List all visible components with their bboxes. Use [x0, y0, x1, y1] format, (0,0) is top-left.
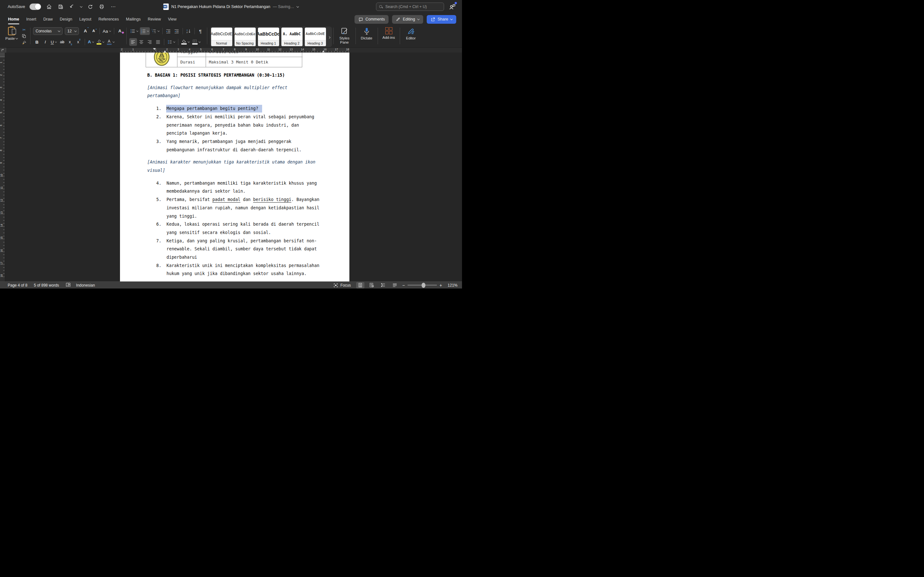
- print-layout-view-button[interactable]: [356, 282, 365, 288]
- numbered-list-item[interactable]: 3.Yang menarik, pertambangan juga menjad…: [147, 137, 320, 154]
- header-table[interactable]: Tanggal04 Juli 2025DurasiMaksimal 3 Meni…: [145, 53, 302, 67]
- tab-review[interactable]: Review: [144, 13, 164, 25]
- font-name-select[interactable]: Consolas: [33, 27, 63, 35]
- tab-draw[interactable]: Draw: [40, 13, 56, 25]
- style-heading-1[interactable]: AaBbCcDdHeading 1: [258, 27, 279, 46]
- tab-stop-selector[interactable]: [0, 48, 6, 53]
- annotation-paragraph[interactable]: [Animasi flowchart menunjukkan dampak mu…: [147, 84, 320, 100]
- web-layout-view-button[interactable]: [368, 282, 376, 288]
- style-normal[interactable]: AaBbCcDdENormal: [211, 27, 232, 46]
- tab-mailings[interactable]: Mailings: [123, 13, 144, 25]
- align-center-button[interactable]: [137, 38, 145, 46]
- paste-button[interactable]: Paste: [3, 26, 20, 45]
- document-title-area[interactable]: W N1 Penegakan Hukum Pidana Di Sektor Pe…: [163, 0, 299, 13]
- justify-button[interactable]: [154, 38, 162, 46]
- numbered-list-item[interactable]: 6.Kedua, lokasi operasi sering kali bera…: [147, 220, 320, 237]
- align-left-button[interactable]: [129, 38, 137, 46]
- spellcheck-icon[interactable]: [65, 282, 71, 288]
- bold-button[interactable]: B: [33, 38, 41, 46]
- comments-button[interactable]: Comments: [355, 15, 389, 24]
- table-value-cell[interactable]: 04 Juli 2025: [206, 53, 302, 57]
- italic-button[interactable]: I: [41, 38, 49, 46]
- style-heading-2[interactable]: A. AaBbCHeading 2: [281, 27, 302, 46]
- style-heading-3[interactable]: AaBbCcDdEHeading 3: [305, 27, 326, 46]
- autosave-toggle[interactable]: [29, 3, 41, 10]
- strikethrough-button[interactable]: ab: [58, 38, 66, 46]
- first-line-indent-marker[interactable]: [153, 48, 156, 50]
- line-spacing-button[interactable]: [166, 38, 176, 46]
- print-icon[interactable]: [98, 3, 105, 10]
- account-presence-icon[interactable]: [449, 3, 456, 11]
- horizontal-ruler[interactable]: 21123456789101112131415161718: [0, 47, 462, 53]
- dictate-button[interactable]: Dictate: [359, 26, 375, 40]
- tab-home[interactable]: Home: [5, 13, 23, 25]
- subscript-button[interactable]: x2: [67, 38, 74, 46]
- word-count[interactable]: 5 of 898 words: [34, 283, 59, 287]
- cut-button[interactable]: ✂: [21, 27, 27, 33]
- tab-layout[interactable]: Layout: [76, 13, 95, 25]
- zoom-slider[interactable]: − +: [402, 283, 442, 287]
- zoom-out-button[interactable]: −: [402, 283, 405, 287]
- editor-button[interactable]: Editor: [403, 26, 419, 40]
- home-icon[interactable]: [45, 3, 53, 10]
- share-button[interactable]: Share: [427, 15, 456, 24]
- text-effects-button[interactable]: A: [87, 38, 95, 46]
- vertical-ruler[interactable]: 123456789101112131415161718: [0, 53, 5, 282]
- numbered-list-item[interactable]: 5.Pertama, bersifat padat modal dan beri…: [147, 195, 320, 220]
- document-page[interactable]: Tanggal04 Juli 2025DurasiMaksimal 3 Meni…: [120, 53, 349, 282]
- style-no-spacing[interactable]: AaBbCcDdEeNo Spacing: [234, 27, 256, 46]
- font-size-select[interactable]: 12: [65, 27, 79, 35]
- borders-button[interactable]: [191, 38, 202, 46]
- sort-button[interactable]: AZ: [185, 27, 192, 35]
- numbered-list-item[interactable]: 8.Karakteristik unik ini menciptakan kom…: [147, 261, 320, 278]
- section-heading[interactable]: B. BAGIAN 1: POSISI STRATEGIS PERTAMBANG…: [147, 71, 320, 79]
- page-indicator[interactable]: Page 4 of 8: [8, 283, 27, 287]
- numbered-list-item[interactable]: 4.Namun, pertambangan memiliki tiga kara…: [147, 179, 320, 195]
- focus-mode-button[interactable]: Focus: [333, 283, 351, 287]
- table-value-cell[interactable]: Maksimal 3 Menit 0 Detik: [206, 57, 302, 67]
- numbered-list-item[interactable]: 2.Karena, Sektor ini memiliki peran vita…: [147, 113, 320, 137]
- numbered-list-item[interactable]: 1.Mengapa pertambangan begitu penting?: [147, 105, 320, 113]
- change-case-button[interactable]: Aa: [102, 27, 112, 35]
- increase-indent-button[interactable]: [173, 27, 181, 35]
- numbering-button[interactable]: /**/123: [140, 27, 150, 35]
- editing-mode-button[interactable]: Editing: [392, 15, 423, 24]
- highlight-color-button[interactable]: [95, 38, 105, 46]
- tab-insert[interactable]: Insert: [23, 13, 40, 25]
- tab-design[interactable]: Design: [56, 13, 76, 25]
- undo-icon[interactable]: [69, 3, 76, 10]
- outline-view-button[interactable]: [379, 282, 388, 288]
- tab-references[interactable]: References: [95, 13, 123, 25]
- numbered-list-item[interactable]: 7.Ketiga, dan yang paling krusial, perta…: [147, 237, 320, 261]
- styles-pane-button[interactable]: Styles Pane: [336, 26, 353, 45]
- grow-font-button[interactable]: A⌃: [81, 27, 89, 35]
- table-label-cell[interactable]: Tanggal: [177, 53, 206, 57]
- undo-dropdown-chevron-icon[interactable]: [80, 5, 82, 8]
- table-label-cell[interactable]: Durasi: [177, 57, 206, 67]
- bullets-button[interactable]: [129, 27, 139, 35]
- zoom-level[interactable]: 121%: [445, 283, 457, 287]
- font-color-button[interactable]: A: [106, 38, 115, 46]
- more-styles-button[interactable]: [328, 34, 330, 40]
- draft-view-button[interactable]: [391, 282, 399, 288]
- right-indent-marker[interactable]: [322, 50, 325, 52]
- clear-formatting-button[interactable]: A◆: [116, 27, 124, 35]
- decrease-indent-button[interactable]: [165, 27, 172, 35]
- shading-button[interactable]: [180, 38, 191, 46]
- redo-icon[interactable]: [87, 3, 94, 10]
- annotation-paragraph[interactable]: [Animasi karakter menunjukkan tiga karak…: [147, 158, 320, 174]
- save-icon[interactable]: [57, 3, 64, 10]
- tab-view[interactable]: View: [164, 13, 180, 25]
- more-options-icon[interactable]: ⋯: [110, 3, 117, 10]
- language-indicator[interactable]: Indonesian: [76, 283, 95, 287]
- copy-button[interactable]: [21, 33, 27, 39]
- show-formatting-button[interactable]: ¶: [197, 27, 204, 35]
- zoom-in-button[interactable]: +: [439, 283, 442, 287]
- multilevel-list-button[interactable]: /**/1ai: [150, 27, 160, 35]
- zoom-slider-thumb[interactable]: [422, 283, 425, 288]
- superscript-button[interactable]: x2: [75, 38, 83, 46]
- underline-button[interactable]: U: [50, 38, 58, 46]
- align-right-button[interactable]: [146, 38, 153, 46]
- search-input[interactable]: Search (Cmd + Ctrl + U): [376, 3, 444, 11]
- addins-button[interactable]: Add-ins: [381, 26, 397, 40]
